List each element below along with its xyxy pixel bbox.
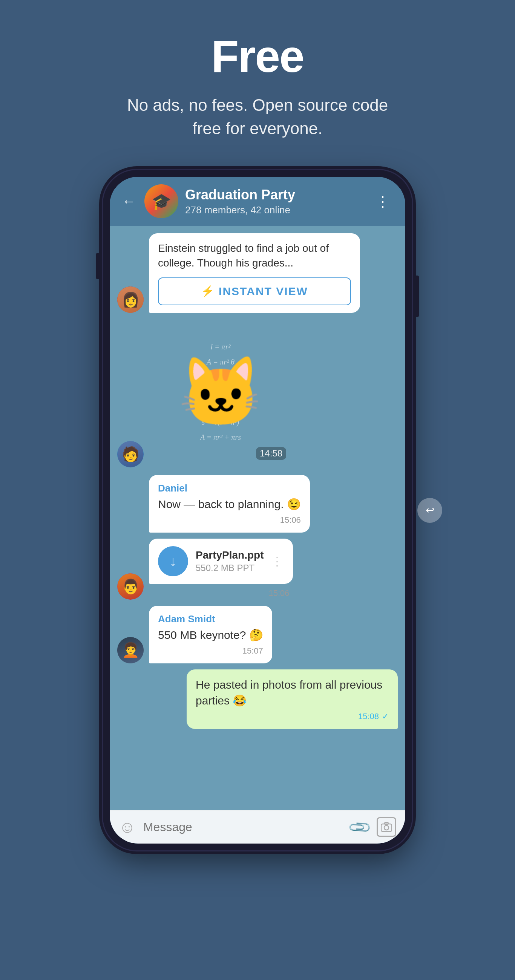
camera-button[interactable]	[376, 817, 396, 837]
input-bar: ☺ 📎	[110, 810, 405, 843]
check-mark: ✓	[382, 712, 389, 721]
adam-time: 15:07	[242, 646, 263, 656]
attach-button[interactable]: 📎	[347, 814, 373, 840]
avatar-girl: 👩	[117, 286, 143, 313]
daniel-text: Now — back to planning. 😉	[158, 496, 301, 512]
article-message: 👩 Einstein struggled to find a job out o…	[117, 233, 398, 312]
sticker-time: 14:58	[256, 447, 286, 460]
message-daniel: Daniel Now — back to planning. 😉 15:06	[117, 475, 398, 533]
article-bubble: Einstein struggled to find a job out of …	[149, 233, 360, 312]
chat-body: 👩 Einstein struggled to find a job out o…	[110, 226, 405, 810]
self-time: 15:08	[358, 712, 379, 721]
cat-sticker: 🐱	[178, 358, 263, 426]
group-info: Graduation Party 278 members, 42 online	[185, 186, 365, 216]
avatar-girl-face: 👩	[117, 286, 143, 313]
group-name: Graduation Party	[185, 186, 365, 203]
avatar-guy1-face: 🧑	[117, 441, 143, 468]
instant-view-button[interactable]: ⚡ INSTANT VIEW	[158, 277, 351, 305]
page-wrapper: Free No ads, no fees. Open source code f…	[0, 0, 515, 980]
sticker-wrapper: l = πr² A = πr² θ V = l² h P = 2πr A = π…	[149, 320, 292, 464]
file-name: PartyPlan.ppt	[196, 549, 263, 561]
phone-wrapper: ← 🎓 Graduation Party 278 members, 42 onl…	[103, 170, 412, 850]
instant-view-label: INSTANT VIEW	[218, 285, 308, 298]
file-more-button[interactable]: ⋮	[271, 554, 284, 568]
file-bubble: ↓ PartyPlan.ppt 550.2 MB PPT ⋮	[149, 539, 293, 584]
daniel-footer: 15:06	[158, 515, 301, 525]
hero-subtitle: No ads, no fees. Open source code free f…	[126, 94, 389, 140]
adam-bubble: Adam Smidt 550 MB keynote? 🤔 15:07	[149, 606, 272, 663]
group-members: 278 members, 42 online	[185, 204, 365, 216]
phone-frame: ← 🎓 Graduation Party 278 members, 42 onl…	[103, 170, 412, 850]
file-time: 15:06	[268, 589, 289, 598]
sticker-area: l = πr² A = πr² θ V = l² h P = 2πr A = π…	[149, 320, 292, 464]
group-avatar-image: 🎓	[144, 184, 178, 218]
file-download-icon[interactable]: ↓	[158, 546, 188, 576]
self-bubble: He pasted in photos from all previous pa…	[187, 670, 398, 729]
hero-title: Free	[211, 30, 303, 82]
avatar-guy3: 🧑‍🦱	[117, 637, 143, 663]
message-self: He pasted in photos from all previous pa…	[117, 670, 398, 729]
sticker-background: l = πr² A = πr² θ V = l² h P = 2πr A = π…	[149, 320, 292, 464]
message-input[interactable]	[143, 820, 343, 834]
emoji-button[interactable]: ☺	[119, 818, 136, 837]
avatar-guy2-face: 👨	[117, 573, 143, 600]
lightning-icon: ⚡	[201, 285, 214, 298]
file-footer: 15:06	[149, 587, 293, 600]
daniel-sender: Daniel	[158, 482, 301, 494]
avatar-guy2: 👨	[117, 573, 143, 600]
daniel-time: 15:06	[280, 515, 301, 525]
adam-footer: 15:07	[158, 646, 263, 656]
more-button[interactable]: ⋮	[372, 191, 395, 212]
group-avatar: 🎓	[144, 184, 178, 218]
message-file: 👨 ↓ PartyPlan.ppt 550.2 MB PPT ⋮	[117, 539, 398, 600]
svg-point-1	[384, 826, 389, 830]
sticker-row: 🧑 l = πr² A = πr² θ V = l² h P = 2πr	[117, 320, 398, 468]
adam-text: 550 MB keynote? 🤔	[158, 627, 263, 643]
avatar-guy1: 🧑	[117, 441, 143, 468]
back-button[interactable]: ←	[120, 191, 138, 211]
avatar-guy3-face: 🧑‍🦱	[117, 637, 143, 663]
phone-screen: ← 🎓 Graduation Party 278 members, 42 onl…	[110, 177, 405, 843]
self-text: He pasted in photos from all previous pa…	[196, 677, 389, 709]
self-footer: 15:08 ✓	[196, 712, 389, 721]
daniel-bubble: Daniel Now — back to planning. 😉 15:06	[149, 475, 310, 533]
file-info: PartyPlan.ppt 550.2 MB PPT	[196, 549, 263, 573]
message-adam: 🧑‍🦱 Adam Smidt 550 MB keynote? 🤔 15:07	[117, 606, 398, 663]
adam-sender: Adam Smidt	[158, 613, 263, 625]
article-text: Einstein struggled to find a job out of …	[158, 241, 351, 270]
chat-header: ← 🎓 Graduation Party 278 members, 42 onl…	[110, 177, 405, 226]
svg-rect-2	[384, 822, 388, 824]
file-size: 550.2 MB PPT	[196, 563, 263, 573]
